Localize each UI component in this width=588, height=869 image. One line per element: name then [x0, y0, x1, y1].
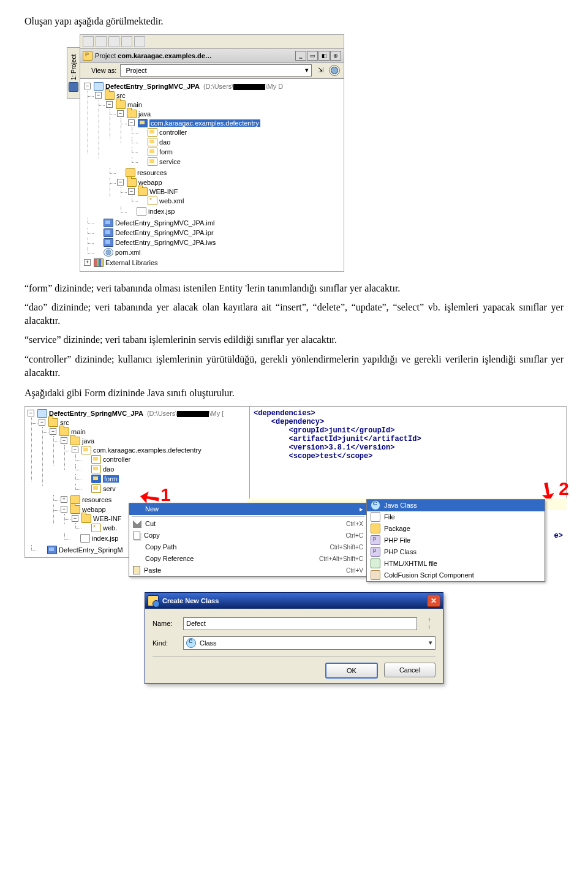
- tool-btn[interactable]: [108, 36, 119, 47]
- sub-java-class[interactable]: Java Class: [367, 500, 545, 511]
- module-icon: [37, 409, 47, 418]
- jsp-icon: [80, 534, 90, 543]
- package-icon: [148, 128, 157, 137]
- tree-form-2[interactable]: form: [83, 475, 248, 483]
- project-folder-icon: [83, 51, 92, 61]
- ctx-new[interactable]: New▸: [129, 503, 367, 515]
- php-file-icon: [371, 535, 380, 545]
- tree-controller[interactable]: controller: [139, 128, 342, 137]
- xml-icon: [148, 197, 157, 205]
- name-label: Name:: [153, 620, 177, 627]
- tree-main-2[interactable]: −main: [50, 427, 248, 436]
- name-field[interactable]: Defect: [183, 617, 417, 630]
- sub-php-class[interactable]: PHP Class: [367, 546, 545, 558]
- xml-line: <dependencies>: [254, 409, 315, 418]
- ctx-copy-ref[interactable]: Copy ReferenceCtrl+Alt+Shift+C: [129, 553, 367, 565]
- tree-src[interactable]: −src: [95, 91, 342, 100]
- folder-icon: [81, 514, 91, 523]
- collapse-toggle[interactable]: −: [84, 83, 91, 89]
- tree-iws[interactable]: DefectEntry_SpringMVC_JPA.iws: [95, 238, 342, 247]
- tree-src-2[interactable]: −src: [39, 418, 248, 427]
- context-menu: New▸ CutCtrl+X CopyCtrl+C Copy PathCtrl+…: [129, 503, 368, 577]
- tree-pom[interactable]: pom.xml: [95, 248, 342, 257]
- folder-icon: [105, 91, 115, 100]
- ij-file-icon: [104, 238, 113, 247]
- create-class-dialog: Create New Class ✕ Name: Defect ↑↓ Kind:…: [145, 592, 443, 684]
- html-file-icon: [371, 559, 380, 568]
- tree-iml[interactable]: DefectEntry_SpringMVC_JPA.iml: [95, 219, 342, 227]
- xml-icon: [91, 524, 101, 532]
- file-icon: [371, 512, 380, 522]
- para-closing: Aşağıdaki gibi Form dizininde Java sınıf…: [24, 386, 564, 400]
- folder-icon: [116, 100, 126, 109]
- tree-form[interactable]: form: [139, 148, 342, 156]
- tree-main[interactable]: −main: [106, 100, 342, 109]
- xml-line: <dependency>: [254, 418, 324, 426]
- tree-java[interactable]: −java: [117, 110, 342, 118]
- php-class-icon: [371, 547, 380, 557]
- ctx-copy[interactable]: CopyCtrl+C: [129, 530, 367, 541]
- tree-package[interactable]: −com.karaagac.examples.defectentry: [128, 119, 342, 127]
- tree-controller-2[interactable]: controller: [83, 455, 248, 464]
- xml-line: <groupId>junit</groupId>: [254, 426, 394, 435]
- tree-pkg-2[interactable]: −com.karaagac.examples.defectentry: [72, 446, 248, 454]
- folder-icon: [138, 187, 148, 196]
- tree-root[interactable]: − DefectEntry_SpringMVC_JPA (D:\Users\\M…: [84, 82, 342, 91]
- para-dao: “dao” dizininde; veri tabanında yer alac…: [24, 301, 564, 327]
- tool-btn[interactable]: [96, 36, 107, 47]
- close-icon[interactable]: ⊕: [330, 51, 341, 61]
- separator: [132, 516, 364, 517]
- min-icon[interactable]: ‗: [295, 51, 306, 61]
- ij-file-icon: [47, 546, 57, 554]
- project-icon: [69, 81, 78, 91]
- tree-indexjsp[interactable]: index.jsp: [128, 207, 342, 216]
- tree-resources[interactable]: resources: [117, 168, 342, 177]
- tool-btn[interactable]: [83, 36, 94, 47]
- ctx-copy-path[interactable]: Copy PathCtrl+Shift+C: [129, 541, 367, 553]
- dock-icon[interactable]: ◧: [318, 51, 330, 61]
- tree-java-2[interactable]: −java: [61, 437, 248, 445]
- package-icon: [148, 138, 157, 146]
- tree-root-2[interactable]: − DefectEntry_SpringMVC_JPA (D:\Users\\M…: [28, 409, 248, 418]
- tree-webinf[interactable]: −WEB-INF: [128, 187, 342, 196]
- history-arrows[interactable]: ↑↓: [423, 617, 435, 630]
- tree-serv-2[interactable]: serv: [83, 484, 248, 493]
- para-form: “form” dizininde; veri tabanında olması …: [24, 282, 564, 295]
- tree-service[interactable]: service: [139, 157, 342, 166]
- sub-file[interactable]: File: [367, 511, 545, 523]
- tree-extlib[interactable]: +External Libraries: [84, 258, 342, 267]
- sub-php-file[interactable]: PHP File: [367, 535, 545, 546]
- editor-pom[interactable]: <dependencies> <dependency> <groupId>jun…: [249, 406, 567, 504]
- sub-html-file[interactable]: HTML/XHTML file: [367, 558, 545, 570]
- gear-icon[interactable]: [329, 65, 340, 76]
- sub-cf-script[interactable]: ColdFusion Script Component: [367, 570, 545, 581]
- tree-dao-2[interactable]: dao: [83, 465, 248, 473]
- float-icon[interactable]: ▭: [307, 51, 318, 61]
- sub-package[interactable]: Package: [367, 523, 545, 535]
- close-button[interactable]: ✕: [427, 595, 440, 607]
- folder-icon: [70, 437, 80, 445]
- tree-webxml[interactable]: web.xml: [139, 197, 342, 205]
- blank-icon: [133, 554, 141, 563]
- cancel-button[interactable]: Cancel: [384, 663, 435, 677]
- project-tree: − DefectEntry_SpringMVC_JPA (D:\Users\\M…: [80, 78, 344, 271]
- coldfusion-icon: [371, 570, 380, 580]
- blank-icon: [133, 543, 141, 551]
- view-as-dropdown[interactable]: Project ▾: [120, 64, 312, 77]
- copy-icon: [133, 532, 140, 540]
- ij-file-icon: [104, 228, 113, 237]
- package-icon: [81, 446, 91, 454]
- kind-dropdown[interactable]: Class: [183, 636, 435, 650]
- screenshot-new-class: − DefectEntry_SpringMVC_JPA (D:\Users\\M…: [24, 406, 567, 558]
- tool-btn[interactable]: [134, 36, 145, 47]
- tree-webapp[interactable]: −webapp: [117, 178, 342, 187]
- dialog-title: Create New Class: [162, 597, 219, 604]
- collapse-icon[interactable]: ⇲: [315, 66, 325, 74]
- tool-btn[interactable]: [121, 36, 132, 47]
- tree-ipr[interactable]: DefectEntry_SpringMVC_JPA.ipr: [95, 228, 342, 237]
- ctx-cut[interactable]: CutCtrl+X: [129, 518, 367, 530]
- tree-dao[interactable]: dao: [139, 138, 342, 146]
- ctx-paste[interactable]: PasteCtrl+V: [129, 565, 367, 576]
- ok-button[interactable]: OK: [325, 663, 378, 679]
- side-tab-project[interactable]: 1: Project: [67, 47, 80, 99]
